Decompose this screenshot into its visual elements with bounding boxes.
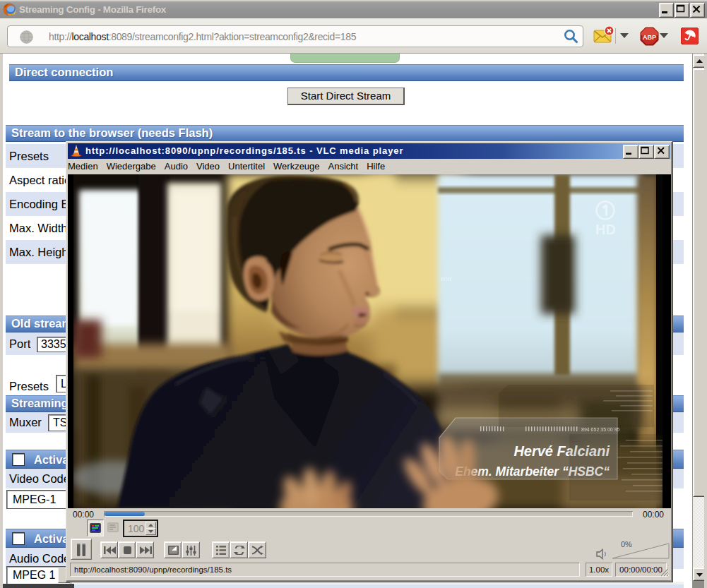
svg-text:HD: HD <box>595 222 616 237</box>
svg-text:894 652 35 00 95: 894 652 35 00 95 <box>581 427 620 432</box>
svg-text:ABP: ABP <box>643 34 656 41</box>
